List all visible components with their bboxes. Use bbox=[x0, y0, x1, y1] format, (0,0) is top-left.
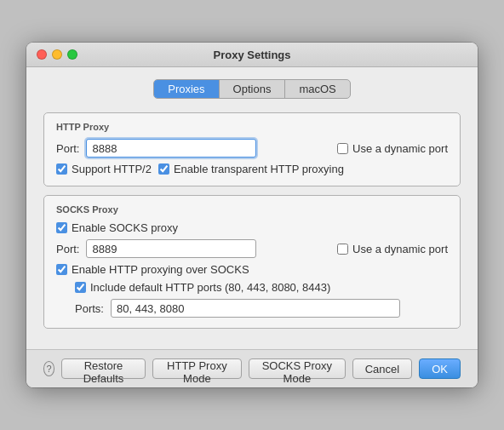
enable-http-socks-label: Enable HTTP proxying over SOCKS bbox=[72, 263, 249, 276]
enable-socks-checkbox[interactable] bbox=[56, 222, 67, 233]
http-port-row: Port: Use a dynamic port bbox=[56, 139, 448, 158]
socks-ports-row: Ports: bbox=[75, 299, 448, 318]
include-default-checkbox[interactable] bbox=[75, 282, 86, 293]
http-options-row: Support HTTP/2 Enable transparent HTTP p… bbox=[56, 163, 448, 175]
socks-proxy-section: SOCKS Proxy Enable SOCKS proxy Port: Use… bbox=[43, 195, 461, 329]
socks-http-row: Enable HTTP proxying over SOCKS bbox=[56, 263, 448, 276]
content-area: Proxies Options macOS HTTP Proxy Port: U… bbox=[26, 67, 478, 349]
socks-port-label: Port: bbox=[56, 243, 79, 255]
titlebar: Proxy Settings bbox=[26, 43, 478, 67]
support-http2-label: Support HTTP/2 bbox=[72, 163, 152, 175]
http-proxy-section: HTTP Proxy Port: Use a dynamic port Supp… bbox=[43, 112, 461, 186]
help-icon[interactable]: ? bbox=[43, 361, 54, 376]
http-dynamic-port-label: Use a dynamic port bbox=[352, 142, 448, 155]
socks-dynamic-port-checkbox[interactable] bbox=[337, 244, 348, 255]
socks-ports-input[interactable] bbox=[111, 299, 400, 318]
socks-proxy-mode-button[interactable]: SOCKS Proxy Mode bbox=[249, 358, 346, 379]
http-proxy-mode-button[interactable]: HTTP Proxy Mode bbox=[152, 358, 242, 379]
transparent-proxy-checkbox[interactable] bbox=[158, 163, 169, 175]
tab-group: Proxies Options macOS bbox=[153, 79, 351, 99]
transparent-proxy-label: Enable transparent HTTP proxying bbox=[174, 163, 344, 175]
enable-socks-label: Enable SOCKS proxy bbox=[72, 221, 178, 234]
socks-dynamic-port-wrapper: Use a dynamic port bbox=[337, 243, 448, 255]
socks-ports-label: Ports: bbox=[75, 302, 104, 315]
include-default-label: Include default HTTP ports (80, 443, 808… bbox=[90, 281, 330, 294]
http-proxy-label: HTTP Proxy bbox=[56, 122, 448, 132]
enable-http-socks-wrapper[interactable]: Enable HTTP proxying over SOCKS bbox=[56, 263, 249, 276]
socks-port-row: Port: Use a dynamic port bbox=[56, 239, 448, 258]
tab-proxies[interactable]: Proxies bbox=[154, 80, 219, 98]
http-dynamic-port-checkbox[interactable] bbox=[337, 143, 348, 154]
support-http2-wrapper[interactable]: Support HTTP/2 bbox=[56, 163, 152, 175]
ok-button[interactable]: OK bbox=[419, 358, 461, 379]
cancel-button[interactable]: Cancel bbox=[352, 358, 412, 379]
bottom-left-actions: ? Restore Defaults HTTP Proxy Mode SOCKS… bbox=[43, 358, 346, 379]
traffic-lights bbox=[37, 49, 77, 60]
http-port-input[interactable] bbox=[86, 139, 256, 158]
socks-enable-row: Enable SOCKS proxy bbox=[56, 221, 448, 234]
socks-port-input[interactable] bbox=[86, 239, 256, 258]
socks-proxy-label: SOCKS Proxy bbox=[56, 204, 448, 215]
bottom-bar: ? Restore Defaults HTTP Proxy Mode SOCKS… bbox=[26, 349, 478, 387]
http-dynamic-port-wrapper: Use a dynamic port bbox=[337, 142, 448, 155]
enable-http-socks-checkbox[interactable] bbox=[56, 264, 67, 275]
support-http2-checkbox[interactable] bbox=[56, 163, 67, 175]
tab-macos[interactable]: macOS bbox=[285, 80, 349, 98]
http-port-label: Port: bbox=[56, 142, 79, 155]
minimize-button[interactable] bbox=[52, 49, 62, 60]
maximize-button[interactable] bbox=[67, 49, 77, 60]
transparent-proxy-wrapper[interactable]: Enable transparent HTTP proxying bbox=[158, 163, 344, 175]
socks-include-default-row: Include default HTTP ports (80, 443, 808… bbox=[75, 281, 448, 294]
tab-options[interactable]: Options bbox=[220, 80, 286, 98]
window-title: Proxy Settings bbox=[213, 49, 290, 61]
close-button[interactable] bbox=[37, 49, 47, 60]
enable-socks-wrapper[interactable]: Enable SOCKS proxy bbox=[56, 221, 178, 234]
bottom-right-actions: Cancel OK bbox=[352, 358, 461, 379]
tab-bar: Proxies Options macOS bbox=[43, 79, 461, 99]
proxy-settings-window: Proxy Settings Proxies Options macOS HTT… bbox=[26, 43, 478, 387]
include-default-wrapper[interactable]: Include default HTTP ports (80, 443, 808… bbox=[75, 281, 330, 294]
socks-dynamic-port-label: Use a dynamic port bbox=[352, 243, 448, 255]
restore-defaults-button[interactable]: Restore Defaults bbox=[61, 358, 145, 379]
